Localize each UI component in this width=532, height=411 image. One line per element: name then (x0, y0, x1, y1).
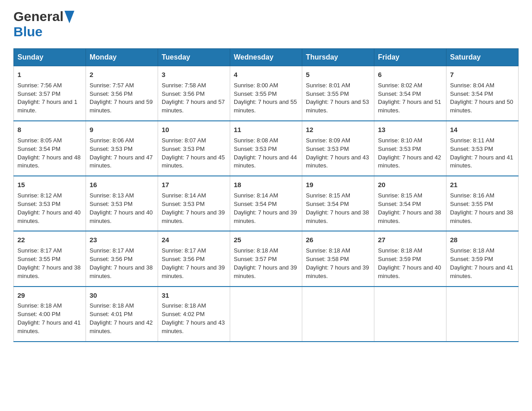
day-number: 19 (306, 180, 370, 190)
calendar-cell: 27Sunrise: 8:18 AMSunset: 3:59 PMDayligh… (374, 231, 446, 286)
calendar-cell: 26Sunrise: 8:18 AMSunset: 3:58 PMDayligh… (302, 231, 374, 286)
calendar-cell: 11Sunrise: 8:08 AMSunset: 3:53 PMDayligh… (230, 121, 302, 176)
calendar-cell: 28Sunrise: 8:18 AMSunset: 3:59 PMDayligh… (446, 231, 519, 286)
calendar-cell: 12Sunrise: 8:09 AMSunset: 3:53 PMDayligh… (302, 121, 374, 176)
calendar-cell: 1Sunrise: 7:56 AMSunset: 3:57 PMDaylight… (14, 66, 86, 121)
calendar-cell: 16Sunrise: 8:13 AMSunset: 3:53 PMDayligh… (86, 176, 158, 231)
calendar-cell: 8Sunrise: 8:05 AMSunset: 3:54 PMDaylight… (14, 121, 86, 176)
day-number: 23 (90, 235, 154, 245)
calendar-cell (446, 287, 519, 342)
day-number: 5 (306, 70, 370, 80)
calendar-cell (374, 287, 446, 342)
calendar-week-row: 8Sunrise: 8:05 AMSunset: 3:54 PMDaylight… (14, 121, 519, 176)
logo-arrow-icon (64, 11, 74, 23)
calendar-week-row: 15Sunrise: 8:12 AMSunset: 3:53 PMDayligh… (14, 176, 519, 231)
day-number: 28 (450, 235, 515, 245)
col-header-monday: Monday (86, 49, 158, 66)
calendar-cell: 15Sunrise: 8:12 AMSunset: 3:53 PMDayligh… (14, 176, 86, 231)
calendar-cell: 20Sunrise: 8:15 AMSunset: 3:54 PMDayligh… (374, 176, 446, 231)
calendar-cell: 2Sunrise: 7:57 AMSunset: 3:56 PMDaylight… (86, 66, 158, 121)
calendar-cell (230, 287, 302, 342)
col-header-tuesday: Tuesday (158, 49, 230, 66)
calendar-cell: 9Sunrise: 8:06 AMSunset: 3:53 PMDaylight… (86, 121, 158, 176)
day-number: 3 (162, 70, 226, 80)
col-header-sunday: Sunday (14, 49, 86, 66)
day-number: 20 (378, 180, 442, 190)
calendar-cell: 7Sunrise: 8:04 AMSunset: 3:54 PMDaylight… (446, 66, 519, 121)
logo-blue-text: Blue (13, 24, 43, 39)
day-number: 25 (234, 235, 298, 245)
day-number: 14 (450, 125, 515, 135)
calendar-header-row: SundayMondayTuesdayWednesdayThursdayFrid… (14, 49, 519, 66)
calendar-week-row: 29Sunrise: 8:18 AMSunset: 4:00 PMDayligh… (14, 287, 519, 342)
day-number: 2 (90, 70, 154, 80)
calendar-cell: 23Sunrise: 8:17 AMSunset: 3:56 PMDayligh… (86, 231, 158, 286)
logo-general-text: General (13, 9, 64, 24)
day-number: 6 (378, 70, 442, 80)
day-number: 22 (17, 235, 82, 245)
day-number: 26 (306, 235, 370, 245)
day-number: 24 (162, 235, 226, 245)
day-number: 17 (162, 180, 226, 190)
calendar-week-row: 22Sunrise: 8:17 AMSunset: 3:55 PMDayligh… (14, 231, 519, 286)
calendar-cell: 17Sunrise: 8:14 AMSunset: 3:53 PMDayligh… (158, 176, 230, 231)
calendar-cell: 25Sunrise: 8:18 AMSunset: 3:57 PMDayligh… (230, 231, 302, 286)
day-number: 4 (234, 70, 298, 80)
day-number: 16 (90, 180, 154, 190)
calendar-cell: 10Sunrise: 8:07 AMSunset: 3:53 PMDayligh… (158, 121, 230, 176)
day-number: 9 (90, 125, 154, 135)
logo: General Blue (13, 9, 74, 39)
calendar-cell: 3Sunrise: 7:58 AMSunset: 3:56 PMDaylight… (158, 66, 230, 121)
col-header-thursday: Thursday (302, 49, 374, 66)
day-number: 13 (378, 125, 442, 135)
day-number: 31 (162, 291, 226, 300)
col-header-saturday: Saturday (446, 49, 519, 66)
calendar-cell: 29Sunrise: 8:18 AMSunset: 4:00 PMDayligh… (14, 287, 86, 342)
day-number: 15 (17, 180, 82, 190)
col-header-wednesday: Wednesday (230, 49, 302, 66)
day-number: 30 (90, 291, 154, 300)
calendar-cell: 18Sunrise: 8:14 AMSunset: 3:54 PMDayligh… (230, 176, 302, 231)
calendar-cell: 13Sunrise: 8:10 AMSunset: 3:53 PMDayligh… (374, 121, 446, 176)
calendar-cell: 4Sunrise: 8:00 AMSunset: 3:55 PMDaylight… (230, 66, 302, 121)
day-number: 29 (17, 291, 82, 300)
calendar-week-row: 1Sunrise: 7:56 AMSunset: 3:57 PMDaylight… (14, 66, 519, 121)
calendar-cell: 14Sunrise: 8:11 AMSunset: 3:53 PMDayligh… (446, 121, 519, 176)
day-number: 11 (234, 125, 298, 135)
calendar-cell (302, 287, 374, 342)
calendar-cell: 19Sunrise: 8:15 AMSunset: 3:54 PMDayligh… (302, 176, 374, 231)
day-number: 1 (17, 70, 82, 80)
calendar-cell: 6Sunrise: 8:02 AMSunset: 3:54 PMDaylight… (374, 66, 446, 121)
col-header-friday: Friday (374, 49, 446, 66)
page-header: General Blue (13, 9, 519, 39)
day-number: 18 (234, 180, 298, 190)
calendar-cell: 21Sunrise: 8:16 AMSunset: 3:55 PMDayligh… (446, 176, 519, 231)
calendar-table: SundayMondayTuesdayWednesdayThursdayFrid… (13, 48, 519, 342)
calendar-cell: 30Sunrise: 8:18 AMSunset: 4:01 PMDayligh… (86, 287, 158, 342)
calendar-cell: 22Sunrise: 8:17 AMSunset: 3:55 PMDayligh… (14, 231, 86, 286)
day-number: 12 (306, 125, 370, 135)
svg-marker-0 (64, 11, 74, 23)
calendar-cell: 31Sunrise: 8:18 AMSunset: 4:02 PMDayligh… (158, 287, 230, 342)
day-number: 8 (17, 125, 82, 135)
day-number: 21 (450, 180, 515, 190)
day-number: 10 (162, 125, 226, 135)
day-number: 7 (450, 70, 515, 80)
calendar-cell: 24Sunrise: 8:17 AMSunset: 3:56 PMDayligh… (158, 231, 230, 286)
calendar-cell: 5Sunrise: 8:01 AMSunset: 3:55 PMDaylight… (302, 66, 374, 121)
day-number: 27 (378, 235, 442, 245)
